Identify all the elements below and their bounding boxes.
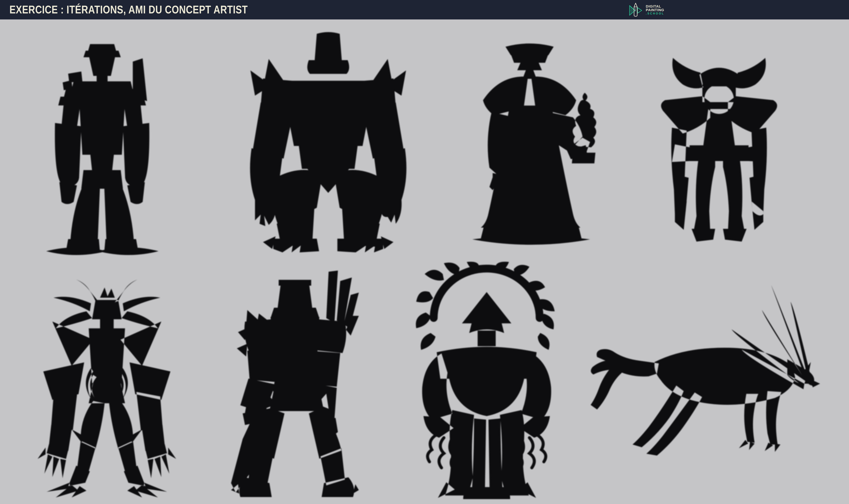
mech-robot-shape xyxy=(46,44,159,255)
horned-mech-mask-shape xyxy=(661,58,777,241)
silhouette-robed-sorcerer xyxy=(468,37,604,251)
silhouette-armored-brute xyxy=(243,26,413,255)
bladed-knight-shape xyxy=(231,270,359,497)
silhouette-spined-quadruped-beast xyxy=(584,275,825,459)
antlered-demon-shape xyxy=(38,280,176,498)
digital-painting-school-logo: DIGITAL PAINTING .SCHOOL xyxy=(627,1,664,18)
header-bar: EXERCICE : ITÉRATIONS, AMI DU CONCEPT AR… xyxy=(0,0,849,19)
silhouette-canvas xyxy=(0,19,849,504)
silhouette-mech-robot xyxy=(35,40,169,259)
logo-word-school: .SCHOOL xyxy=(646,12,664,15)
logo-text: DIGITAL PAINTING .SCHOOL xyxy=(646,4,664,15)
silhouette-laurel-crowned-giant xyxy=(414,261,560,502)
silhouette-antlered-demon xyxy=(36,272,177,499)
slide: EXERCICE : ITÉRATIONS, AMI DU CONCEPT AR… xyxy=(0,0,849,504)
silhouette-bladed-knight xyxy=(221,267,360,499)
robed-sorcerer-shape xyxy=(472,43,596,245)
pencil-play-logo-icon xyxy=(627,1,645,18)
spined-quadruped-beast-shape xyxy=(591,285,820,455)
logo-word-digital: DIGITAL xyxy=(646,4,664,8)
armored-brute-shape xyxy=(250,32,407,252)
laurel-giant-tentacle-fingers xyxy=(428,435,546,469)
logo-word-painting: PAINTING xyxy=(646,8,664,12)
slide-title: EXERCICE : ITÉRATIONS, AMI DU CONCEPT AR… xyxy=(10,0,248,19)
silhouette-horned-mech-mask xyxy=(655,49,783,246)
